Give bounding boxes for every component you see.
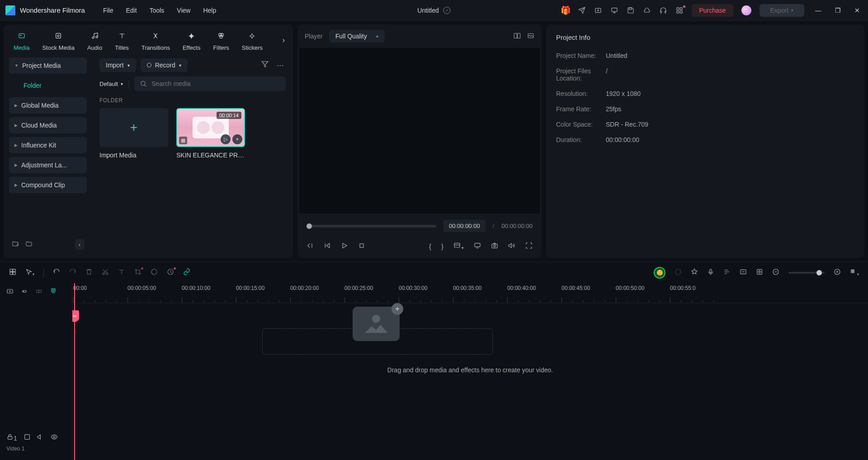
- folder-icon[interactable]: [25, 240, 33, 249]
- send-icon[interactable]: [578, 6, 586, 14]
- zoom-slider[interactable]: [788, 272, 825, 274]
- audio-track-icon[interactable]: [37, 433, 44, 442]
- timeline-ruler[interactable]: 00:0000:00:05:0000:00:10:0000:00:15:0000…: [72, 283, 868, 303]
- text-icon[interactable]: [118, 268, 125, 277]
- timeline-canvas[interactable]: 00:0000:00:05:0000:00:10:0000:00:15:0000…: [72, 283, 868, 460]
- mark-in-icon[interactable]: {: [429, 242, 431, 250]
- lock-track-icon[interactable]: 1: [6, 433, 17, 442]
- magnet-icon[interactable]: [50, 288, 57, 296]
- render-icon[interactable]: [675, 268, 682, 277]
- sort-dropdown[interactable]: Default▾: [99, 81, 129, 87]
- record-screen-icon[interactable]: [594, 6, 602, 14]
- clip-add-icon[interactable]: +: [232, 134, 242, 144]
- cloud-icon[interactable]: [643, 6, 651, 14]
- sidebar-item-project-media[interactable]: ▼Project Media: [9, 57, 87, 74]
- play-icon[interactable]: [341, 242, 348, 251]
- import-dropdown[interactable]: Import▾: [99, 58, 136, 72]
- display-icon[interactable]: [474, 242, 481, 251]
- minimize-icon[interactable]: —: [812, 7, 824, 14]
- current-time: 00:00:00:00: [443, 220, 486, 232]
- sidebar-item-global-media[interactable]: ▶Global Media: [9, 97, 87, 114]
- stop-icon[interactable]: [358, 242, 365, 251]
- ai-assistant-icon[interactable]: 🙂: [654, 267, 665, 279]
- menu-help[interactable]: Help: [203, 7, 216, 14]
- snapshot-icon[interactable]: [491, 242, 498, 251]
- export-button[interactable]: Export▾: [760, 4, 804, 17]
- headphones-icon[interactable]: [659, 6, 667, 14]
- group-icon[interactable]: [35, 288, 42, 296]
- user-avatar[interactable]: [741, 5, 751, 15]
- tabs-scroll-right-icon[interactable]: ›: [278, 33, 289, 47]
- media-clip-card[interactable]: 00:00:14 ▦ ▷+ SKIN ELEGANCE PRO...: [176, 108, 245, 159]
- link-icon[interactable]: [183, 268, 190, 277]
- save-icon[interactable]: [627, 6, 635, 14]
- more-icon[interactable]: ⋯: [275, 59, 286, 71]
- tab-stock-media[interactable]: Stock Media: [38, 29, 78, 53]
- scrub-thumb[interactable]: [307, 223, 312, 229]
- volume-icon[interactable]: [508, 242, 515, 251]
- search-field[interactable]: [151, 80, 280, 87]
- monitor-icon[interactable]: [610, 6, 618, 14]
- delete-icon[interactable]: [85, 268, 93, 277]
- tab-audio[interactable]: Audio: [84, 29, 106, 53]
- sidebar-item-influence-kit[interactable]: ▶Influence Kit: [9, 137, 87, 153]
- visibility-track-icon[interactable]: [51, 433, 58, 442]
- redo-icon[interactable]: [69, 268, 76, 277]
- play-backward-icon[interactable]: [324, 242, 331, 251]
- layout-grid-icon[interactable]: [9, 268, 16, 277]
- tab-effects[interactable]: ✦Effects: [179, 29, 204, 53]
- audio-mixer-icon[interactable]: [723, 268, 731, 277]
- adjust-icon[interactable]: [740, 268, 747, 277]
- cut-icon[interactable]: [102, 268, 109, 277]
- new-folder-icon[interactable]: [12, 240, 19, 249]
- menu-edit[interactable]: Edit: [126, 7, 137, 14]
- tab-media[interactable]: Media: [10, 29, 33, 53]
- link-track-icon[interactable]: [21, 288, 28, 296]
- marker-icon[interactable]: [691, 268, 698, 277]
- tab-stickers[interactable]: ✧Stickers: [238, 29, 266, 53]
- layout-icon[interactable]: ▾: [453, 242, 464, 251]
- voiceover-icon[interactable]: [707, 268, 714, 277]
- compare-view-icon[interactable]: [514, 32, 521, 41]
- sidebar-item-folder[interactable]: Folder: [9, 77, 87, 94]
- record-dropdown[interactable]: Record▾: [141, 58, 188, 72]
- quality-dropdown[interactable]: Full Quality▾: [329, 30, 385, 43]
- fullscreen-icon[interactable]: [525, 242, 533, 251]
- cursor-icon[interactable]: ▾: [25, 268, 34, 277]
- menu-view[interactable]: View: [177, 7, 190, 14]
- zoom-in-icon[interactable]: [834, 268, 841, 277]
- filter-icon[interactable]: [259, 59, 270, 71]
- player-viewport[interactable]: [299, 48, 540, 213]
- tab-transitions[interactable]: Transitions: [138, 29, 174, 53]
- mute-track-icon[interactable]: [24, 433, 31, 442]
- search-input[interactable]: [134, 76, 286, 91]
- keyframe-icon[interactable]: [756, 268, 763, 277]
- add-track-icon[interactable]: [6, 288, 14, 296]
- purchase-button[interactable]: Purchase: [692, 4, 733, 17]
- import-media-card[interactable]: + Import Media: [99, 108, 168, 159]
- clip-preview-icon[interactable]: ▷: [221, 134, 231, 144]
- scrub-bar[interactable]: [307, 225, 436, 228]
- sidebar-item-compound-clip[interactable]: ▶Compound Clip: [9, 177, 87, 193]
- menu-tools[interactable]: Tools: [150, 7, 165, 14]
- gift-icon[interactable]: 🎁: [561, 6, 570, 14]
- prev-frame-icon[interactable]: [307, 242, 314, 251]
- undo-icon[interactable]: [53, 268, 60, 277]
- tab-filters[interactable]: Filters: [209, 29, 232, 53]
- sidebar-item-adjustment-layer[interactable]: ▶Adjustment La...: [9, 157, 87, 173]
- menu-file[interactable]: File: [103, 7, 113, 14]
- tab-titles[interactable]: Titles: [111, 29, 132, 53]
- apps-icon[interactable]: [675, 6, 684, 14]
- sidebar-item-cloud-media[interactable]: ▶Cloud Media: [9, 117, 87, 133]
- color-icon[interactable]: [151, 268, 158, 277]
- image-view-icon[interactable]: [527, 32, 534, 41]
- speed-icon[interactable]: [167, 268, 174, 277]
- close-icon[interactable]: ✕: [852, 7, 863, 14]
- zoom-out-icon[interactable]: [772, 268, 779, 277]
- collapse-sidebar-icon[interactable]: ‹: [75, 239, 84, 250]
- crop-icon[interactable]: [134, 268, 142, 277]
- mark-out-icon[interactable]: }: [441, 242, 443, 250]
- playhead[interactable]: ✂: [74, 283, 75, 460]
- track-size-icon[interactable]: ▾: [850, 268, 859, 277]
- maximize-icon[interactable]: ❐: [832, 7, 844, 14]
